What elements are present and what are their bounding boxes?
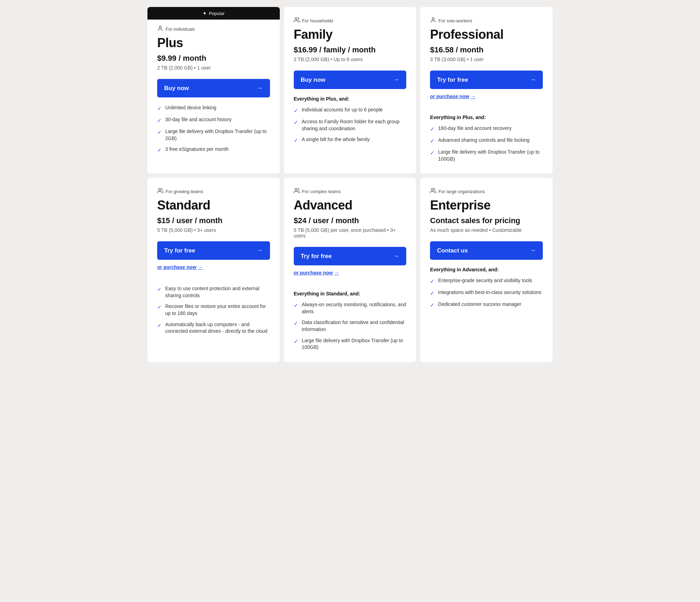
plan-price: $9.99 / month xyxy=(157,54,270,63)
arrow-icon: → xyxy=(530,76,536,83)
plan-storage: 5 TB (5,000 GB) per user, once purchased… xyxy=(294,227,407,238)
audience-label: For growing teams xyxy=(157,188,270,195)
feature-text: Integrations with best-in-class security… xyxy=(438,289,541,296)
features-heading: Everything in Standard, and: xyxy=(294,291,407,296)
feature-item: ✓ Recover files or restore your entire a… xyxy=(157,303,270,317)
feature-item: ✓ Easy to use content protection and ext… xyxy=(157,285,270,299)
feature-item: ✓ Enterprise-grade security and visibili… xyxy=(430,277,543,285)
check-icon: ✓ xyxy=(430,149,435,156)
plan-price: $15 / user / month xyxy=(157,216,270,225)
feature-item: ✓ Unlimited device linking xyxy=(157,104,270,112)
feature-text: Large file delivery with Dropbox Transfe… xyxy=(438,149,543,162)
cta-button[interactable]: Buy now → xyxy=(157,79,270,97)
feature-list: ✓ Always-on security monitoring, notific… xyxy=(294,301,407,351)
check-icon: ✓ xyxy=(430,278,435,285)
feature-list: ✓ Enterprise-grade security and visibili… xyxy=(430,277,543,309)
arrow-icon: → xyxy=(530,247,536,254)
plan-name: Advanced xyxy=(294,198,407,213)
audience-icon xyxy=(157,25,163,33)
audience-icon xyxy=(157,188,163,195)
arrow-icon: → xyxy=(471,94,475,99)
purchase-now-link[interactable]: or purchase now → xyxy=(157,264,203,270)
feature-text: Large file delivery with Dropbox Transfe… xyxy=(302,337,407,351)
feature-item: ✓ Large file delivery with Dropbox Trans… xyxy=(430,149,543,162)
svg-point-0 xyxy=(159,26,161,28)
feature-list: ✓ Unlimited device linking ✓ 30-day file… xyxy=(157,104,270,154)
feature-list: ✓ 180-day file and account recovery ✓ Ad… xyxy=(430,125,543,162)
feature-text: Always-on security monitoring, notificat… xyxy=(302,301,407,315)
arrow-icon: → xyxy=(393,76,399,83)
feature-text: Automatically back up computers - and co… xyxy=(165,321,270,335)
check-icon: ✓ xyxy=(294,320,298,327)
check-icon: ✓ xyxy=(430,137,435,145)
purchase-now-link[interactable]: or purchase now → xyxy=(294,270,339,276)
audience-label: For households xyxy=(294,17,407,24)
feature-item: ✓ 30-day file and account history xyxy=(157,116,270,124)
svg-point-2 xyxy=(432,17,434,20)
card-professional: For solo-workers Professional$16.58 / mo… xyxy=(420,7,553,174)
feature-item: ✓ Individual accounts for up to 6 people xyxy=(294,107,407,114)
feature-text: Enterprise-grade security and visibility… xyxy=(438,277,532,284)
audience-label: For large organizations xyxy=(430,188,543,195)
cta-label: Buy now xyxy=(164,85,189,92)
plan-price: $16.99 / family / month xyxy=(294,45,407,54)
features-heading: Everything in Advanced, and: xyxy=(430,267,543,272)
audience-icon xyxy=(294,188,300,195)
feature-item: ✓ 3 free eSignatures per month xyxy=(157,146,270,154)
feature-text: Large file delivery with Dropbox Transfe… xyxy=(165,128,270,142)
check-icon: ✓ xyxy=(294,107,298,114)
audience-label: For individuals xyxy=(157,25,270,33)
arrow-icon: → xyxy=(257,85,263,92)
check-icon: ✓ xyxy=(157,146,162,154)
svg-point-5 xyxy=(431,188,433,190)
feature-item: ✓ Large file delivery with Dropbox Trans… xyxy=(294,337,407,351)
cta-button[interactable]: Try for free → xyxy=(430,71,543,89)
card-advanced: For complex teams Advanced$24 / user / m… xyxy=(284,178,416,362)
features-heading: Everything in Plus, and: xyxy=(294,96,407,102)
feature-text: 3 free eSignatures per month xyxy=(165,146,228,153)
check-icon: ✓ xyxy=(157,322,162,329)
plan-name: Enterprise xyxy=(430,198,543,213)
cta-button[interactable]: Try for free → xyxy=(157,241,270,260)
audience-icon xyxy=(430,188,436,195)
feature-item: ✓ Large file delivery with Dropbox Trans… xyxy=(157,128,270,142)
arrow-icon: → xyxy=(334,270,339,276)
feature-text: Dedicated customer success manager xyxy=(438,301,521,308)
check-icon: ✓ xyxy=(430,301,435,309)
feature-text: 30-day file and account history xyxy=(165,116,232,123)
cta-button[interactable]: Contact us → xyxy=(430,241,543,260)
feature-text: Advanced sharing controls and file locki… xyxy=(438,137,530,144)
plan-name: Family xyxy=(294,27,407,42)
plan-price: Contact sales for pricing xyxy=(430,216,543,225)
audience-icon xyxy=(294,17,300,24)
check-icon: ✓ xyxy=(294,119,298,126)
cta-button[interactable]: Try for free → xyxy=(294,247,407,265)
plan-name: Professional xyxy=(430,27,543,42)
feature-item: ✓ A single bill for the whole family xyxy=(294,136,407,144)
feature-item: ✓ Automatically back up computers - and … xyxy=(157,321,270,335)
feature-item: ✓ Integrations with best-in-class securi… xyxy=(430,289,543,297)
cta-button[interactable]: Buy now → xyxy=(294,71,407,89)
plan-storage: 2 TB (2,000 GB) • Up to 6 users xyxy=(294,57,407,62)
check-icon: ✓ xyxy=(430,125,435,133)
feature-text: Access to Family Room folder for each gr… xyxy=(302,118,407,132)
plan-storage: 3 TB (3,000 GB) • 1 user xyxy=(430,57,543,62)
feature-item: ✓ 180-day file and account recovery xyxy=(430,125,543,133)
check-icon: ✓ xyxy=(294,338,298,345)
feature-text: Data classification for sensitive and co… xyxy=(302,319,407,333)
feature-text: Individual accounts for up to 6 people xyxy=(302,107,383,113)
card-enterprise: For large organizations EnterpriseContac… xyxy=(420,178,553,362)
feature-text: Unlimited device linking xyxy=(165,104,216,111)
feature-item: ✓ Access to Family Room folder for each … xyxy=(294,118,407,132)
check-icon: ✓ xyxy=(157,286,162,293)
plan-name: Standard xyxy=(157,198,270,213)
plan-storage: 5 TB (5,000 GB) • 3+ users xyxy=(157,227,270,233)
audience-label: For solo-workers xyxy=(430,17,543,24)
purchase-now-link[interactable]: or purchase now → xyxy=(430,94,475,99)
feature-text: Easy to use content protection and exter… xyxy=(165,285,270,299)
check-icon: ✓ xyxy=(294,137,298,144)
card-standard: For growing teams Standard$15 / user / m… xyxy=(147,178,280,362)
card-family: For households Family$16.99 / family / m… xyxy=(284,7,416,174)
audience-label: For complex teams xyxy=(294,188,407,195)
check-icon: ✓ xyxy=(157,129,162,136)
